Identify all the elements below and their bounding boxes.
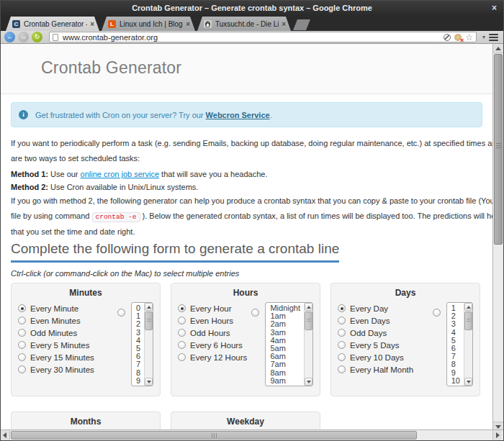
list-item-3[interactable]: 3: [451, 320, 460, 328]
list-item-2[interactable]: 2: [136, 320, 140, 328]
panel-minutes: MinutesEvery MinuteEven MinutesOdd Minut…: [11, 283, 161, 396]
option-odd-minutes[interactable]: Odd Minutes: [18, 327, 117, 339]
radio-every-10-days[interactable]: [338, 353, 346, 361]
tab-close-icon[interactable]: ×: [186, 20, 190, 28]
radio-every-30-minutes[interactable]: [18, 365, 26, 373]
option-odd-days[interactable]: Odd Days: [338, 327, 433, 339]
radio-odd-minutes[interactable]: [18, 329, 26, 337]
list-scrollbar[interactable]: [464, 303, 472, 386]
dropdown-arrow-icon[interactable]: ▾: [482, 34, 485, 40]
radio-every-half-month[interactable]: [338, 365, 346, 373]
webcron-service-link[interactable]: Webcron Service: [206, 111, 270, 119]
list-item-9[interactable]: 9: [136, 377, 140, 385]
radio-every-hour[interactable]: [178, 304, 186, 312]
option-every-10-days[interactable]: Every 10 Days: [338, 351, 433, 363]
option-even-minutes[interactable]: Even Minutes: [18, 314, 117, 327]
option-every-12-hours[interactable]: Every 12 Hours: [178, 351, 251, 363]
option-every-6-hours[interactable]: Every 6 Hours: [178, 339, 251, 351]
vertical-scrollbar-thumb[interactable]: [494, 54, 503, 245]
intro-line: If you want to periodically perform a ta…: [11, 136, 482, 151]
radio-every-5-days[interactable]: [338, 341, 346, 349]
radio-even-hours[interactable]: [178, 317, 186, 324]
page-document-icon: [53, 34, 58, 41]
option-every-5-minutes[interactable]: Every 5 Minutes: [18, 339, 117, 351]
list-scroll-down-icon[interactable]: [464, 378, 472, 386]
horizontal-scrollbar-thumb[interactable]: [11, 431, 417, 440]
blocked-cookies-icon[interactable]: [454, 34, 462, 41]
tab-strip: C Crontab Generator - Gener × L Linux un…: [1, 16, 503, 31]
radio-every-15-minutes[interactable]: [18, 353, 26, 361]
option-every-30-minutes[interactable]: Every 30 Minutes: [18, 363, 117, 376]
option-even-days[interactable]: Even Days: [338, 314, 433, 327]
list-item-8am[interactable]: 8am: [270, 369, 300, 377]
list-item-9am[interactable]: 9am: [270, 377, 300, 385]
list-item-8[interactable]: 8: [136, 369, 140, 377]
blocked-plugins-icon[interactable]: [444, 34, 451, 41]
list-scroll-up-icon[interactable]: [305, 303, 312, 311]
bookmark-star-icon[interactable]: ☆: [465, 33, 473, 42]
radio-select-from-list[interactable]: [117, 309, 125, 317]
scroll-up-arrow-icon[interactable]: [493, 44, 503, 53]
list-item-8[interactable]: 8: [451, 360, 460, 368]
radio-odd-hours[interactable]: [178, 329, 186, 337]
radio-every-minute[interactable]: [18, 304, 26, 312]
multi-select-minutes[interactable]: 0123456789: [131, 302, 153, 386]
list-item-9[interactable]: 9: [451, 369, 460, 377]
window-close-icon[interactable]: ×: [492, 1, 497, 16]
option-every-hour[interactable]: Every Hour: [178, 302, 251, 314]
tab-crontab-generator[interactable]: C Crontab Generator - Gener ×: [6, 17, 99, 31]
panel-title-weekday: Weekday: [178, 417, 313, 427]
list-scroll-thumb[interactable]: [305, 312, 312, 330]
list-scroll-down-icon[interactable]: [145, 378, 153, 386]
address-bar[interactable]: www.crontab-generator.org ☆: [49, 32, 477, 42]
horizontal-scrollbar[interactable]: [1, 429, 503, 440]
multi-select-days[interactable]: 12345678910: [446, 302, 473, 386]
list-scroll-down-icon[interactable]: [305, 378, 312, 386]
option-every-day[interactable]: Every Day: [338, 302, 433, 314]
reload-button[interactable]: ↻: [32, 32, 42, 42]
tab-close-icon[interactable]: ×: [90, 20, 94, 28]
radio-every-6-hours[interactable]: [178, 341, 186, 349]
list-select-group: 0123456789: [117, 301, 153, 386]
tab-tuxsucht[interactable]: Tuxsucht.de - Die Linux-S ×: [197, 17, 291, 31]
list-scroll-up-icon[interactable]: [145, 303, 153, 311]
list-item-7[interactable]: 7: [136, 360, 140, 368]
list-scrollbar[interactable]: [304, 303, 312, 386]
tab-close-icon[interactable]: ×: [282, 20, 286, 28]
option-every-minute[interactable]: Every Minute: [18, 302, 117, 314]
chrome-menu-icon[interactable]: [489, 34, 498, 41]
radio-odd-days[interactable]: [338, 329, 346, 337]
back-button[interactable]: ←: [4, 32, 15, 42]
option-odd-hours[interactable]: Odd Hours: [178, 327, 251, 339]
radio-select-from-list[interactable]: [251, 309, 259, 317]
option-every-half-month[interactable]: Every Half Month: [338, 363, 433, 376]
vertical-scrollbar[interactable]: [492, 44, 503, 431]
radio-every-day[interactable]: [338, 304, 346, 312]
forward-button[interactable]: →: [18, 32, 29, 42]
list-scroll-up-icon[interactable]: [464, 303, 472, 311]
url-text[interactable]: www.crontab-generator.org: [63, 33, 444, 42]
radio-every-12-hours[interactable]: [178, 353, 186, 361]
radio-even-days[interactable]: [338, 317, 346, 324]
option-every-5-days[interactable]: Every 5 Days: [338, 339, 433, 351]
scroll-left-arrow-icon[interactable]: [1, 430, 10, 440]
tux-penguin-favicon-icon: [204, 20, 212, 28]
radio-options: Every MinuteEven MinutesOdd MinutesEvery…: [18, 301, 117, 386]
list-item-7am[interactable]: 7am: [270, 360, 300, 368]
scroll-right-arrow-icon[interactable]: [492, 430, 502, 440]
online-cron-job-service-link[interactable]: online cron job service: [81, 170, 159, 178]
multi-select-hours[interactable]: Midnight1am2am3am4am5am6am7am8am9am: [265, 302, 313, 386]
list-scrollbar[interactable]: [144, 303, 153, 386]
option-every-15-minutes[interactable]: Every 15 Minutes: [18, 351, 117, 363]
radio-even-minutes[interactable]: [18, 317, 26, 324]
list-item-10[interactable]: 10: [451, 377, 460, 385]
list-item-2am[interactable]: 2am: [270, 320, 300, 328]
new-tab-button[interactable]: [293, 19, 310, 30]
option-label: Every 15 Minutes: [30, 353, 94, 362]
list-scroll-thumb[interactable]: [145, 312, 153, 330]
tab-linux-und-ich[interactable]: L Linux und Ich | Blog über L ×: [102, 17, 195, 31]
radio-every-5-minutes[interactable]: [18, 341, 26, 349]
option-even-hours[interactable]: Even Hours: [178, 314, 251, 327]
list-scroll-thumb[interactable]: [464, 312, 472, 330]
radio-select-from-list[interactable]: [433, 309, 441, 317]
